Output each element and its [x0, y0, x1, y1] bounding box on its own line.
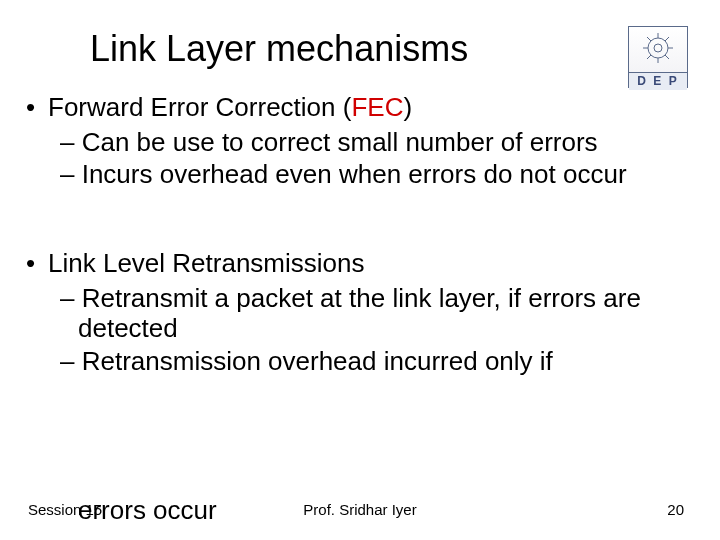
logo-text: D E P — [629, 72, 687, 90]
bullet-text: Link Level Retransmissions — [48, 248, 364, 278]
sub-bullet: – Incurs overhead even when errors do no… — [26, 159, 694, 190]
dep-logo: D E P — [628, 26, 688, 88]
slide: Link Layer mechanisms D E P — [0, 0, 720, 540]
sub-bullet: – Can be use to correct small number of … — [26, 127, 694, 158]
svg-line-8 — [665, 37, 669, 41]
bullet-retransmissions: •Link Level Retransmissions — [26, 248, 694, 279]
slide-body: •Forward Error Correction (FEC) – Can be… — [26, 92, 694, 379]
footer-page-number: 20 — [667, 501, 684, 518]
slide-title: Link Layer mechanisms — [90, 28, 468, 70]
sub-bullet-overflow: errors occur — [78, 495, 217, 526]
svg-line-7 — [665, 55, 669, 59]
bullet-fec: •Forward Error Correction (FEC) — [26, 92, 694, 123]
sub-bullet: – Retransmission overhead incurred only … — [26, 346, 694, 377]
bullet-text: Forward Error Correction — [48, 92, 343, 122]
gear-icon — [629, 30, 687, 70]
fec-acronym: FEC — [351, 92, 403, 122]
svg-point-1 — [654, 44, 662, 52]
sub-bullet: – Retransmit a packet at the link layer,… — [26, 283, 694, 344]
svg-line-9 — [647, 55, 651, 59]
svg-line-6 — [647, 37, 651, 41]
